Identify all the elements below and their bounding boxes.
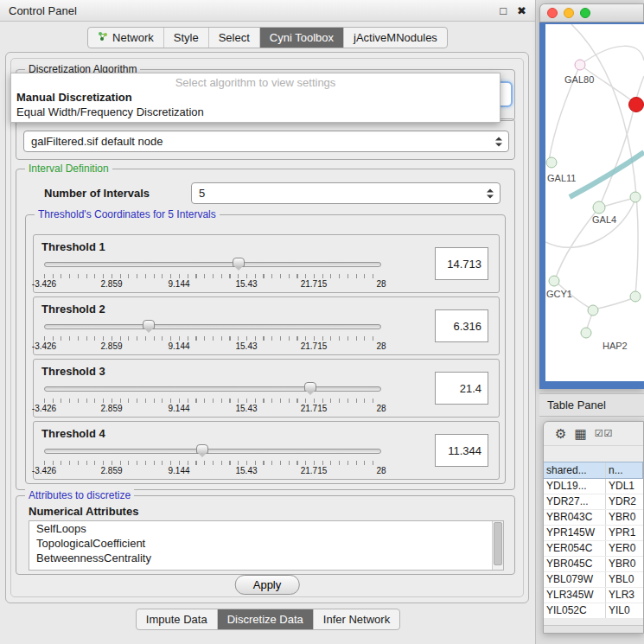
table-cell[interactable]: YDL19...	[544, 479, 606, 494]
gear-icon[interactable]: ⚙	[555, 426, 566, 442]
dropdown-placeholder: Select algorithm to view settings	[11, 73, 500, 90]
combo-spinner-icon[interactable]	[495, 137, 502, 146]
threshold-2-value[interactable]: 6.316	[435, 309, 488, 342]
tab-jactivemnodules[interactable]: jActiveMNodules	[344, 28, 447, 48]
bottom-tab-bar: Impute Data Discretize Data Infer Networ…	[136, 609, 400, 630]
tab-style[interactable]: Style	[164, 28, 209, 48]
table-cell[interactable]: YDL1	[606, 479, 643, 494]
attributes-list[interactable]: SelfLoops TopologicalCoefficient Between…	[29, 520, 504, 571]
scale-tick-label: -3.426	[32, 404, 56, 413]
table-row[interactable]: YPR145WYPR1	[544, 526, 643, 541]
scale-tick-label: 15.43	[235, 466, 257, 475]
table-cell[interactable]: YPR145W	[544, 526, 606, 540]
threshold-2-panel: Threshold 2 -3.426 2.859 9.144 15.43 21.…	[33, 296, 500, 355]
network-canvas[interactable]: GAL80 GAL11 GAL4 GCY1 HAP2	[545, 24, 644, 381]
table-cell[interactable]: YBL079W	[544, 572, 606, 587]
tab-label: jActiveMNodules	[354, 31, 437, 44]
tab-discretize-data[interactable]: Discretize Data	[218, 609, 314, 629]
threshold-3-slider[interactable]	[44, 382, 381, 398]
tab-impute-data[interactable]: Impute Data	[137, 609, 218, 629]
dropdown-item-manual-discretization[interactable]: Manual Discretization	[11, 90, 500, 105]
table-data-combo[interactable]: galFiltered.sif default node	[23, 131, 509, 152]
num-intervals-combo[interactable]: 5	[191, 182, 501, 204]
threshold-1-value[interactable]: 14.713	[435, 247, 488, 280]
table-cell[interactable]: YER054C	[544, 541, 606, 556]
node-label-gal11: GAL11	[547, 173, 576, 183]
minimize-traffic-light[interactable]	[564, 8, 574, 18]
slider-track[interactable]	[44, 386, 381, 392]
zoom-traffic-light[interactable]	[580, 8, 590, 18]
table-row[interactable]: YDR27...YDR2	[544, 494, 643, 510]
slider-thumb[interactable]	[233, 258, 245, 267]
scale-tick-label: 21.715	[301, 341, 328, 351]
table-cell[interactable]: YBR0	[606, 510, 643, 525]
column-header-name[interactable]: n...	[606, 462, 643, 478]
threshold-3-panel: Threshold 3 -3.426 2.859 9.144 15.43 21.…	[33, 359, 500, 418]
scale-tick-label: 15.43	[235, 404, 257, 413]
threshold-4-slider[interactable]	[44, 444, 381, 460]
close-window-icon[interactable]: ✖	[517, 4, 526, 17]
table-cell[interactable]: YBR0	[606, 557, 643, 571]
table-cell[interactable]: YPR1	[606, 526, 643, 540]
group-title: Attributes to discretize	[25, 489, 134, 501]
slider-track[interactable]	[44, 262, 381, 267]
tab-network[interactable]: Network	[88, 28, 164, 48]
slider-thumb[interactable]	[196, 444, 208, 454]
scale-tick-label: -3.426	[32, 341, 56, 351]
table-row[interactable]: YLR345WYLR3	[544, 588, 643, 603]
scale-tick-label: 28	[376, 404, 386, 413]
scale-tick-label: 21.715	[301, 404, 328, 413]
table-cell[interactable]: YDR2	[606, 494, 643, 509]
combo-spinner-icon[interactable]	[487, 188, 494, 198]
tab-label: Style	[174, 31, 199, 44]
table-cell[interactable]: YBR045C	[544, 557, 606, 571]
slider-track[interactable]	[44, 449, 381, 454]
threshold-4-value[interactable]: 11.344	[435, 434, 488, 467]
apply-button[interactable]: Apply	[235, 575, 300, 595]
checkbox-icon[interactable]: ☑	[595, 428, 604, 438]
table-row[interactable]: YBR045CYBR0	[544, 557, 643, 572]
table-cell[interactable]: YBL0	[606, 572, 643, 587]
table-row[interactable]: YER054CYER0	[544, 541, 643, 557]
table-row[interactable]: YDL19...YDL1	[544, 479, 643, 494]
slider-ticks	[44, 336, 381, 341]
slider-thumb[interactable]	[304, 382, 316, 392]
slider-scale: -3.426 2.859 9.144 15.43 21.715 28	[44, 341, 381, 352]
threshold-2-slider[interactable]	[44, 320, 381, 335]
list-item[interactable]: TopologicalCoefficient	[29, 536, 503, 551]
table-row[interactable]: YBR043CYBR0	[544, 510, 643, 526]
list-item[interactable]: SelfLoops	[29, 521, 503, 536]
table-cell[interactable]: YLR345W	[544, 588, 606, 603]
table-cell[interactable]: YBR043C	[544, 510, 606, 525]
tab-label: Network	[112, 31, 154, 44]
tab-label: Discretize Data	[227, 613, 303, 626]
close-traffic-light[interactable]	[547, 8, 558, 18]
table-row[interactable]: YBL079WYBL0	[544, 572, 643, 588]
slider-thumb[interactable]	[143, 320, 155, 329]
scale-tick-label: 21.715	[301, 466, 328, 475]
network-view-window: GAL80 GAL11 GAL4 GCY1 HAP2	[539, 3, 644, 389]
table-panel-title: Table Panel	[547, 399, 606, 411]
group-title: Interval Definition	[25, 163, 112, 175]
column-header-shared-name[interactable]: shared...	[544, 462, 606, 478]
tab-infer-network[interactable]: Infer Network	[314, 609, 399, 629]
table-cell[interactable]: YIL052C	[544, 603, 606, 618]
table-cell[interactable]: YLR3	[606, 588, 643, 603]
threshold-3-value[interactable]: 21.4	[435, 372, 488, 405]
dropdown-item-equal-width-frequency[interactable]: Equal Width/Frequency Discretization	[11, 105, 500, 119]
checkbox-icon[interactable]: ☑	[604, 428, 614, 438]
table-cell[interactable]: YDR27...	[544, 494, 606, 509]
slider-track[interactable]	[44, 324, 381, 329]
table-cell[interactable]: YIL0	[606, 603, 643, 618]
threshold-1-slider[interactable]	[44, 258, 381, 273]
table-cell[interactable]: YER0	[606, 541, 643, 556]
tab-cyni-toolbox[interactable]: Cyni Toolbox	[260, 28, 344, 48]
table-row[interactable]: YIL052CYIL0	[544, 603, 643, 619]
columns-icon[interactable]: ▦	[574, 426, 586, 442]
float-window-icon[interactable]: □	[500, 4, 507, 17]
list-item[interactable]: BetweennessCentrality	[29, 551, 503, 565]
list-scrollbar[interactable]	[492, 521, 503, 570]
tab-select[interactable]: Select	[209, 28, 260, 48]
table-window: ⚙ ▦ ☑☑ shared... n... YDL19...YDL1 YDR27…	[543, 421, 644, 634]
scrollbar-thumb[interactable]	[494, 522, 502, 565]
